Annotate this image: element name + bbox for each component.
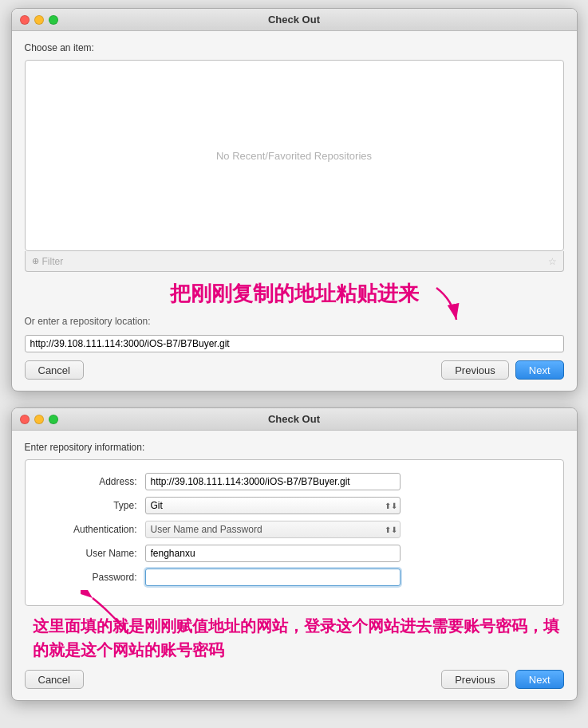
location-input-row: Or enter a repository location: <box>25 316 564 327</box>
location-input-container <box>25 335 564 352</box>
maximize-button-1[interactable] <box>49 15 58 25</box>
window-1: Check Out Choose an item: No Recent/Favo… <box>11 8 578 392</box>
password-label: Password: <box>34 572 145 583</box>
cancel-button-2[interactable]: Cancel <box>25 670 84 689</box>
type-select-container: Git ⬆⬇ <box>145 497 401 514</box>
username-row: User Name: <box>34 545 551 562</box>
password-input[interactable] <box>145 569 401 586</box>
filter-icon: ⊕ <box>32 256 39 266</box>
titlebar-1: Check Out <box>12 9 577 31</box>
type-label: Type: <box>34 500 145 511</box>
auth-label: Authentication: <box>34 524 145 535</box>
buttons-row-2: Cancel Previous Next <box>25 670 564 689</box>
address-label: Address: <box>34 476 145 487</box>
window-title-2: Check Out <box>12 413 577 425</box>
type-select[interactable]: Git <box>145 497 401 514</box>
annotation-text-1: 把刚刚复制的地址粘贴进来 <box>25 280 564 308</box>
type-row: Type: Git ⬆⬇ <box>34 497 551 514</box>
minimize-button-1[interactable] <box>34 15 44 25</box>
address-row: Address: <box>34 473 551 490</box>
previous-button-1[interactable]: Previous <box>441 360 509 380</box>
form-box: Address: Type: Git ⬆⬇ Authentication: <box>25 459 564 606</box>
repo-list-area[interactable]: No Recent/Favorited Repositories <box>25 60 564 251</box>
section-label-2: Enter repository information: <box>25 442 564 453</box>
maximize-button-2[interactable] <box>49 415 58 424</box>
next-button-1[interactable]: Next <box>515 360 564 380</box>
section-label-1: Choose an item: <box>25 42 564 53</box>
close-button-2[interactable] <box>20 415 30 424</box>
buttons-row-1: Cancel Previous Next <box>25 360 564 380</box>
cancel-button-1[interactable]: Cancel <box>25 360 84 380</box>
repo-location-input[interactable] <box>25 335 564 352</box>
window-2: Check Out Enter repository information: … <box>11 407 578 701</box>
auth-select-container: User Name and Password ⬆⬇ <box>145 521 401 538</box>
password-row: Password: <box>34 569 551 586</box>
window-content-2: Enter repository information: Address: T… <box>12 431 577 700</box>
window-title-1: Check Out <box>12 14 577 26</box>
next-button-2[interactable]: Next <box>515 670 564 689</box>
traffic-lights-1 <box>20 15 58 25</box>
filter-star-icon: ☆ <box>548 256 557 267</box>
close-button-1[interactable] <box>20 15 30 25</box>
minimize-button-2[interactable] <box>34 415 44 424</box>
annotation-area-1: 把刚刚复制的地址粘贴进来 <box>25 280 564 308</box>
window-gap <box>0 399 588 404</box>
arrow-1 <box>373 284 468 324</box>
traffic-lights-2 <box>20 415 58 424</box>
auth-select[interactable]: User Name and Password <box>145 521 401 538</box>
arrow-2 <box>81 590 144 638</box>
filter-bar: ⊕ Filter ☆ <box>25 251 564 272</box>
titlebar-2: Check Out <box>12 408 577 431</box>
annotation-area-2: 这里面填的就是刚刚赋值地址的网站，登录这个网站进去需要账号密码，填的就是这个网站… <box>25 614 564 662</box>
previous-button-2[interactable]: Previous <box>441 670 509 689</box>
location-label: Or enter a repository location: <box>25 316 151 327</box>
empty-message: No Recent/Favorited Repositories <box>216 150 372 162</box>
username-input[interactable] <box>145 545 401 562</box>
auth-row: Authentication: User Name and Password ⬆… <box>34 521 551 538</box>
filter-label: Filter <box>42 256 548 267</box>
window-content-1: Choose an item: No Recent/Favorited Repo… <box>12 31 577 391</box>
address-input[interactable] <box>145 473 401 490</box>
username-label: User Name: <box>34 548 145 559</box>
